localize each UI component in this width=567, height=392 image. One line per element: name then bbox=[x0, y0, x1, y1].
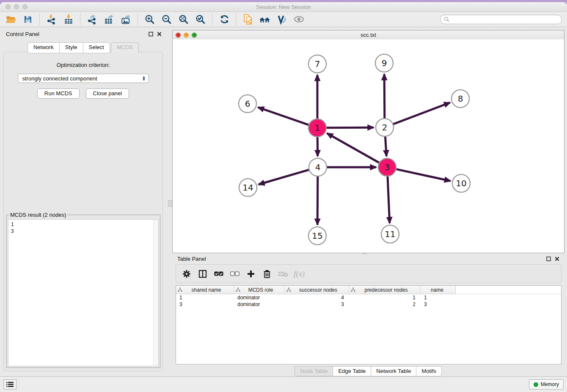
network-canvas[interactable]: 1234678910111415 bbox=[173, 39, 564, 253]
task-history-button[interactable] bbox=[3, 379, 17, 389]
column-header-shared-name[interactable]: shared name bbox=[176, 286, 234, 294]
tab-node-table[interactable]: Node Table bbox=[295, 366, 333, 376]
zoom-selected-icon bbox=[195, 14, 206, 25]
close-panel-icon[interactable] bbox=[555, 257, 559, 261]
table-header-row: shared name MCDS role successor nodes pr… bbox=[176, 286, 561, 294]
list-icon bbox=[6, 381, 14, 387]
graph-node-label-1: 1 bbox=[315, 123, 320, 133]
graph-node-label-7: 7 bbox=[315, 59, 320, 69]
graph-edge-2-9[interactable] bbox=[384, 74, 385, 118]
tab-network-table[interactable]: Network Table bbox=[371, 366, 416, 376]
network-graph[interactable]: 1234678910111415 bbox=[173, 39, 564, 253]
apply-layout-button[interactable] bbox=[216, 13, 233, 26]
open-session-button[interactable] bbox=[3, 13, 19, 26]
run-mcds-button[interactable]: Run MCDS bbox=[37, 88, 80, 99]
graph-edge-3-10[interactable] bbox=[396, 169, 450, 181]
status-bar: Memory bbox=[0, 376, 567, 392]
table-row[interactable]: 3 dominator 3 2 3 bbox=[176, 301, 561, 308]
column-header-mcds-role[interactable]: MCDS role bbox=[234, 286, 285, 294]
cell-shared-name[interactable]: 1 bbox=[176, 295, 234, 301]
control-panel-title: Control Panel bbox=[6, 31, 39, 37]
save-session-button[interactable] bbox=[19, 13, 36, 26]
column-header-predecessor-nodes[interactable]: predecessor nodes bbox=[349, 286, 421, 294]
delete-table-button[interactable] bbox=[275, 266, 291, 282]
hierarchy-icon bbox=[351, 287, 355, 292]
graph-edge-2-3[interactable] bbox=[385, 137, 386, 156]
home-button[interactable] bbox=[256, 13, 273, 26]
cell-predecessor-nodes[interactable]: 1 bbox=[349, 295, 421, 301]
export-image-button[interactable] bbox=[118, 13, 135, 26]
trash-icon bbox=[263, 270, 271, 278]
import-table-button[interactable] bbox=[60, 13, 77, 26]
main-toolbar bbox=[0, 12, 567, 27]
search-input[interactable] bbox=[451, 16, 558, 23]
graph-edge-3-1[interactable] bbox=[327, 133, 379, 163]
network-window-titlebar: scc.txt bbox=[173, 30, 564, 40]
unselect-all-button[interactable] bbox=[227, 266, 243, 282]
window-title: Session: New Session bbox=[0, 4, 567, 10]
tab-style[interactable]: Style bbox=[59, 42, 83, 53]
show-column-panel-button[interactable] bbox=[195, 266, 211, 282]
table-panel-header: Table Panel bbox=[172, 254, 564, 264]
function-builder-button[interactable]: f(x) bbox=[291, 266, 307, 282]
optimization-criterion-select[interactable]: strongly connected component ▲▼ bbox=[18, 74, 149, 83]
column-header-name[interactable]: name bbox=[421, 286, 456, 294]
graph-node-label-15: 15 bbox=[312, 231, 322, 241]
cell-name[interactable]: 3 bbox=[421, 301, 456, 307]
graph-edge-4-15[interactable] bbox=[317, 177, 318, 225]
vertical-splitter-handle[interactable] bbox=[168, 200, 172, 207]
zoom-out-button[interactable] bbox=[158, 13, 175, 26]
apply-style-button[interactable] bbox=[273, 13, 290, 26]
zoom-fit-button[interactable] bbox=[175, 13, 192, 26]
graph-edge-3-11[interactable] bbox=[388, 177, 390, 223]
graph-edge-1-6[interactable] bbox=[258, 107, 309, 124]
mcds-result-text[interactable]: 1 3 bbox=[8, 219, 159, 366]
column-header-successor-nodes[interactable]: successor nodes bbox=[285, 286, 349, 294]
memory-button[interactable]: Memory bbox=[529, 379, 564, 389]
cell-predecessor-nodes[interactable]: 2 bbox=[349, 301, 421, 307]
cell-successor-nodes[interactable]: 4 bbox=[285, 295, 349, 301]
delete-column-button[interactable] bbox=[259, 266, 275, 282]
zoom-in-button[interactable] bbox=[141, 13, 158, 26]
network-view-title: scc.txt bbox=[173, 32, 564, 38]
tab-edge-table[interactable]: Edge Table bbox=[333, 366, 371, 376]
show-graphics-details-button[interactable] bbox=[290, 13, 307, 26]
fx-icon: f(x) bbox=[294, 269, 305, 279]
cell-mcds-role[interactable]: dominator bbox=[234, 301, 285, 307]
close-panel-button[interactable]: Close panel bbox=[86, 88, 129, 99]
import-network-button[interactable] bbox=[43, 13, 60, 26]
tab-network[interactable]: Network bbox=[28, 42, 60, 53]
export-network-button[interactable] bbox=[84, 13, 101, 26]
cell-mcds-role[interactable]: dominator bbox=[234, 295, 285, 301]
checked-boxes-icon bbox=[214, 271, 223, 276]
table-settings-button[interactable] bbox=[179, 266, 195, 282]
graph-edge-1-2[interactable] bbox=[327, 127, 374, 128]
graph-node-label-6: 6 bbox=[245, 99, 250, 109]
graph-edge-2-8[interactable] bbox=[394, 102, 450, 124]
cell-shared-name[interactable]: 3 bbox=[176, 301, 234, 307]
graph-edge-4-14[interactable] bbox=[259, 170, 309, 185]
cell-successor-nodes[interactable]: 3 bbox=[285, 301, 349, 307]
import-table-icon bbox=[63, 14, 74, 25]
tab-select[interactable]: Select bbox=[83, 42, 110, 53]
unchecked-boxes-icon bbox=[230, 271, 239, 276]
float-panel-icon[interactable] bbox=[546, 257, 551, 261]
node-table: shared name MCDS role successor nodes pr… bbox=[176, 285, 561, 364]
close-panel-icon[interactable] bbox=[157, 32, 162, 36]
network-file-button[interactable] bbox=[239, 13, 256, 26]
search-box[interactable] bbox=[440, 15, 562, 24]
tab-motifs[interactable]: Motifs bbox=[416, 366, 442, 376]
zoom-selected-button[interactable] bbox=[192, 13, 209, 26]
mcds-result-group: MCDS result (2 nodes) 1 3 bbox=[6, 212, 160, 368]
select-all-button[interactable] bbox=[211, 266, 227, 282]
table-row[interactable]: 1 dominator 4 1 1 bbox=[176, 294, 561, 301]
tab-mcds[interactable]: MCDS bbox=[111, 42, 139, 53]
graph-node-label-14: 14 bbox=[242, 182, 253, 193]
create-column-button[interactable] bbox=[243, 266, 259, 282]
result-scrollbar[interactable] bbox=[153, 220, 158, 366]
float-panel-icon[interactable] bbox=[149, 32, 153, 36]
graph-node-label-9: 9 bbox=[382, 58, 387, 68]
export-table-button[interactable] bbox=[101, 13, 118, 26]
cell-name[interactable]: 1 bbox=[421, 295, 456, 301]
delete-table-icon bbox=[278, 271, 288, 277]
